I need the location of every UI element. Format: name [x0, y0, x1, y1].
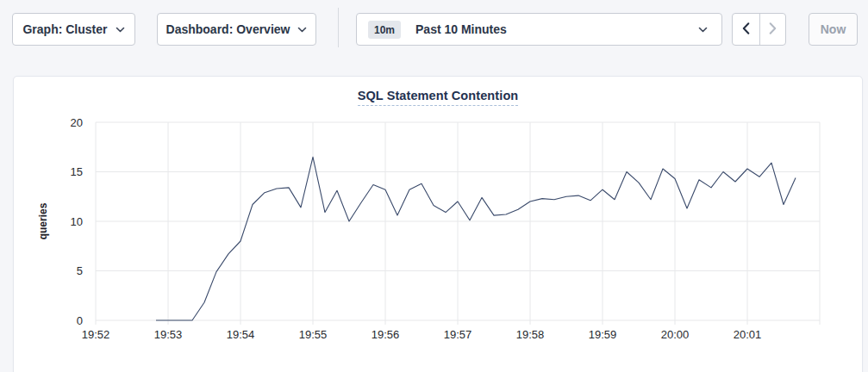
- y-tick-label: 10: [71, 215, 83, 228]
- chart-card: SQL Statement Contention 0510152019:5219…: [13, 76, 863, 372]
- time-step-controls: [732, 13, 786, 46]
- x-tick-label: 19:56: [372, 328, 400, 341]
- time-prev-button[interactable]: [733, 14, 759, 45]
- time-range-label: Past 10 Minutes: [415, 22, 698, 36]
- chevron-left-icon: [742, 22, 750, 37]
- graph-dropdown[interactable]: Graph: Cluster: [12, 13, 135, 46]
- time-next-button[interactable]: [759, 14, 786, 45]
- queries-series-line: [156, 157, 796, 320]
- x-tick-label: 20:00: [661, 328, 690, 341]
- metrics-toolbar: Graph: Cluster Dashboard: Overview 10m P…: [0, 0, 868, 60]
- chevron-down-icon: [698, 27, 708, 33]
- x-tick-label: 19:55: [299, 328, 328, 341]
- y-tick-label: 0: [77, 314, 83, 327]
- chevron-down-icon: [116, 27, 125, 33]
- x-tick-label: 19:54: [227, 328, 255, 341]
- x-tick-label: 19:53: [154, 328, 183, 341]
- y-tick-label: 5: [77, 264, 83, 277]
- time-range-badge: 10m: [368, 21, 401, 39]
- x-tick-label: 20:01: [734, 328, 762, 341]
- graph-dropdown-label: Graph: Cluster: [22, 22, 107, 36]
- now-button-label: Now: [821, 22, 846, 36]
- chart-title[interactable]: SQL Statement Contention: [358, 89, 519, 106]
- time-range-selector[interactable]: 10m Past 10 Minutes: [356, 13, 722, 46]
- now-button[interactable]: Now: [809, 13, 858, 46]
- chevron-down-icon: [297, 27, 307, 33]
- dashboard-dropdown-label: Dashboard: Overview: [166, 22, 290, 36]
- y-tick-label: 20: [71, 116, 83, 129]
- x-tick-label: 19:59: [589, 328, 617, 341]
- chevron-right-icon: [769, 22, 777, 37]
- chart-title-row: SQL Statement Contention: [14, 88, 862, 103]
- sql-statement-contention-chart[interactable]: 0510152019:5219:5319:5419:5519:5619:5719…: [14, 104, 864, 354]
- dashboard-dropdown[interactable]: Dashboard: Overview: [157, 13, 316, 46]
- y-tick-label: 15: [71, 165, 83, 178]
- x-tick-label: 19:57: [444, 328, 472, 341]
- x-tick-label: 19:58: [516, 328, 545, 341]
- x-tick-label: 19:52: [82, 328, 110, 341]
- y-axis-title: queries: [37, 202, 49, 239]
- toolbar-divider: [338, 8, 339, 47]
